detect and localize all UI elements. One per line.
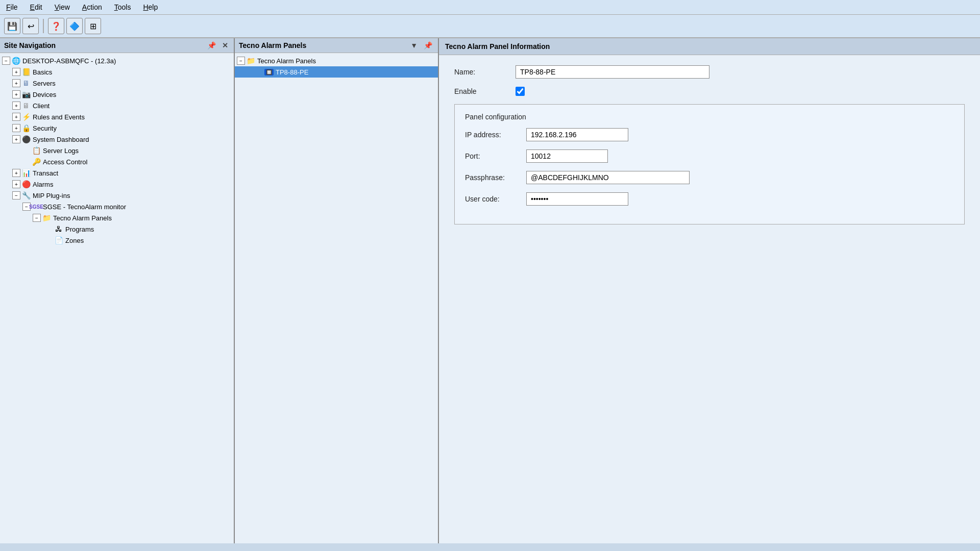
alarm-panels-panel: Tecno Alarm Panels ▼ 📌 − 📁 Tecno Alarm P… bbox=[235, 38, 439, 543]
tree-item-tecno-panels[interactable]: − 📁 Tecno Alarm Panels bbox=[0, 212, 234, 223]
programs-icon: 🖧 bbox=[54, 224, 63, 234]
tree-item-basics[interactable]: + 📒 Basics bbox=[0, 66, 234, 78]
alarm-panels-title: Tecno Alarm Panels bbox=[239, 41, 306, 49]
tree-item-logs[interactable]: 📋 Server Logs bbox=[0, 145, 234, 156]
security-toggle[interactable]: + bbox=[12, 124, 20, 132]
passphrase-row: Passphrase: bbox=[465, 171, 954, 184]
root-toggle[interactable]: − bbox=[2, 57, 10, 65]
client-icon: 🖥 bbox=[21, 101, 31, 110]
alarm-panels-dropdown[interactable]: ▼ bbox=[409, 41, 419, 49]
security-icon: 🔒 bbox=[21, 123, 31, 133]
root-label: DESKTOP-ASBMQFC - (12.3a) bbox=[22, 57, 116, 65]
tree-item-security[interactable]: + 🔒 Security bbox=[0, 122, 234, 134]
close-icon[interactable]: ✕ bbox=[220, 41, 230, 49]
pin-icon[interactable]: 📌 bbox=[206, 41, 217, 49]
site-navigation-title: Site Navigation bbox=[4, 41, 56, 49]
alarm-panels-header: Tecno Alarm Panels ▼ 📌 bbox=[235, 38, 438, 53]
alarm-panels-controls: ▼ 📌 bbox=[409, 41, 434, 49]
rules-toggle[interactable]: + bbox=[12, 113, 20, 121]
grid-button[interactable]: ⊞ bbox=[85, 18, 101, 34]
menu-action[interactable]: Action bbox=[80, 2, 104, 12]
enable-row: Enable bbox=[454, 87, 965, 96]
sgse-icon: SGSE bbox=[32, 202, 41, 211]
tree-item-access[interactable]: 🔑 Access Control bbox=[0, 156, 234, 167]
back-button[interactable]: 🔷 bbox=[66, 18, 83, 34]
dashboard-label: System Dashboard bbox=[33, 136, 89, 143]
access-placeholder bbox=[22, 158, 31, 166]
header-controls: 📌 ✕ bbox=[206, 41, 230, 49]
alarms-icon: 🔴 bbox=[21, 180, 31, 189]
access-icon: 🔑 bbox=[32, 157, 41, 166]
help-button[interactable]: ❓ bbox=[48, 18, 64, 34]
name-row: Name: bbox=[454, 65, 965, 79]
alarm-panels-pin[interactable]: 📌 bbox=[422, 41, 434, 49]
menu-file[interactable]: File bbox=[4, 2, 20, 12]
tecno-panels-icon: 📁 bbox=[42, 213, 51, 222]
menu-edit[interactable]: Edit bbox=[28, 2, 44, 12]
servers-toggle[interactable]: + bbox=[12, 79, 20, 87]
tree-item-dashboard[interactable]: + ⚫ System Dashboard bbox=[0, 134, 234, 145]
ip-input[interactable] bbox=[526, 128, 628, 141]
rules-label: Rules and Events bbox=[33, 113, 85, 121]
panel-config-section: Panel configuration IP address: Port: Pa… bbox=[454, 104, 965, 224]
transact-toggle[interactable]: + bbox=[12, 169, 20, 177]
panel-config-title: Panel configuration bbox=[465, 113, 954, 121]
tree-item-rules[interactable]: + ⚡ Rules and Events bbox=[0, 111, 234, 122]
dashboard-toggle[interactable]: + bbox=[12, 135, 20, 143]
tree-item-servers[interactable]: + 🖥 Servers bbox=[0, 78, 234, 89]
usercode-label: User code: bbox=[465, 195, 526, 203]
root-icon: 🌐 bbox=[11, 56, 20, 65]
name-input[interactable] bbox=[516, 65, 709, 79]
devices-toggle[interactable]: + bbox=[12, 90, 20, 98]
tree-item-sgse[interactable]: − SGSE SGSE - TecnoAlarm monitor bbox=[0, 201, 234, 212]
menu-help[interactable]: Help bbox=[141, 2, 160, 12]
passphrase-label: Passphrase: bbox=[465, 173, 526, 182]
tree-item-transact[interactable]: + 📊 Transact bbox=[0, 167, 234, 179]
port-input[interactable] bbox=[526, 149, 608, 163]
zones-icon: 📄 bbox=[54, 236, 63, 245]
basics-label: Basics bbox=[33, 68, 52, 76]
devices-label: Devices bbox=[33, 91, 56, 98]
info-panel-content: Name: Enable Panel configuration IP addr… bbox=[439, 55, 980, 543]
menu-tools[interactable]: Tools bbox=[112, 2, 133, 12]
transact-icon: 📊 bbox=[21, 168, 31, 178]
site-navigation-header: Site Navigation 📌 ✕ bbox=[0, 38, 234, 53]
tree-item-alarms[interactable]: + 🔴 Alarms bbox=[0, 179, 234, 190]
tree-item-plugins[interactable]: − 🔧 MIP Plug-ins bbox=[0, 190, 234, 201]
client-toggle[interactable]: + bbox=[12, 102, 20, 110]
logs-icon: 📋 bbox=[32, 146, 41, 155]
servers-label: Servers bbox=[33, 80, 56, 87]
undo-button[interactable]: ↩ bbox=[22, 18, 39, 34]
enable-label: Enable bbox=[454, 87, 516, 95]
transact-label: Transact bbox=[33, 169, 58, 177]
tree-root[interactable]: − 🌐 DESKTOP-ASBMQFC - (12.3a) bbox=[0, 55, 234, 66]
alarm-panels-root-toggle[interactable]: − bbox=[237, 57, 245, 65]
name-label: Name: bbox=[454, 68, 516, 76]
passphrase-input[interactable] bbox=[526, 171, 690, 184]
basics-icon: 📒 bbox=[21, 67, 31, 77]
zones-placeholder bbox=[45, 236, 53, 244]
alarms-toggle[interactable]: + bbox=[12, 180, 20, 188]
tecno-panels-label: Tecno Alarm Panels bbox=[53, 214, 112, 222]
tree-item-devices[interactable]: + 📷 Devices bbox=[0, 89, 234, 100]
logs-label: Server Logs bbox=[43, 147, 79, 155]
alarm-panels-root[interactable]: − 📁 Tecno Alarm Panels bbox=[235, 55, 438, 66]
usercode-input[interactable] bbox=[526, 192, 628, 206]
menu-view[interactable]: View bbox=[53, 2, 72, 12]
tecno-panels-toggle[interactable]: − bbox=[33, 214, 41, 222]
tree-item-zones[interactable]: 📄 Zones bbox=[0, 235, 234, 246]
plugins-toggle[interactable]: − bbox=[12, 191, 20, 199]
tp8-item[interactable]: 🔲 TP8-88-PE bbox=[235, 66, 438, 78]
tree-item-client[interactable]: + 🖥 Client bbox=[0, 100, 234, 111]
tree-item-programs[interactable]: 🖧 Programs bbox=[0, 223, 234, 235]
enable-checkbox[interactable] bbox=[516, 87, 525, 96]
dashboard-icon: ⚫ bbox=[21, 135, 31, 144]
save-button[interactable]: 💾 bbox=[4, 18, 20, 34]
toolbar: 💾 ↩ ❓ 🔷 ⊞ bbox=[0, 15, 980, 38]
access-label: Access Control bbox=[43, 158, 87, 166]
port-row: Port: bbox=[465, 149, 954, 163]
rules-icon: ⚡ bbox=[21, 112, 31, 121]
plugins-icon: 🔧 bbox=[21, 191, 31, 200]
basics-toggle[interactable]: + bbox=[12, 68, 20, 76]
zones-label: Zones bbox=[65, 237, 84, 244]
